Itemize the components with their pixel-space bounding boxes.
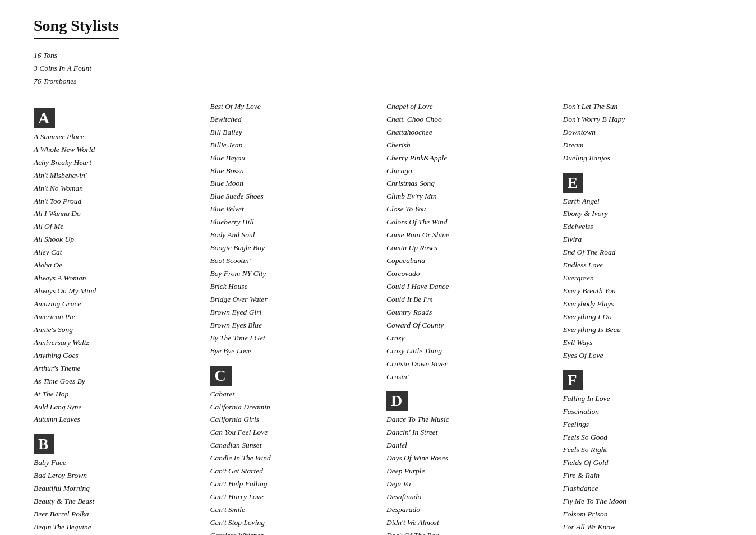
section-letter-B: B: [34, 434, 54, 454]
list-item: Bewitched: [210, 113, 370, 126]
list-item: Every Breath You: [563, 285, 723, 298]
list-item: Canadian Sunset: [210, 439, 370, 452]
list-item: Don't Let The Sun: [563, 100, 723, 113]
list-item: Evergreen: [563, 272, 723, 285]
list-item: Brick House: [210, 280, 370, 293]
list-item: As Time Goes By: [34, 375, 193, 388]
list-item: Crazy Little Thing: [386, 345, 546, 358]
song-list-3-0: Don't Let The SunDon't Worry B HapyDownt…: [563, 100, 723, 165]
list-item: Boot Scootin': [210, 255, 370, 268]
list-item: Ebony & Ivory: [563, 207, 723, 220]
section-letter-D: D: [386, 391, 408, 411]
list-item: Dock Of The Bay: [386, 529, 546, 535]
song-list-2-0: Chapel of LoveChatt. Choo ChooChattahooc…: [386, 100, 546, 384]
list-item: Christmas Song: [386, 177, 546, 190]
list-item: Always On My Mind: [34, 285, 193, 298]
list-item: Edelweiss: [563, 220, 723, 233]
list-item: Close To You: [386, 203, 546, 216]
list-item: Feelings: [563, 418, 723, 431]
list-item: Copacabana: [386, 255, 546, 268]
list-item: Autumn Leaves: [34, 413, 193, 426]
song-list-1-1: CabaretCalifornia DreaminCalifornia Girl…: [210, 388, 370, 535]
list-item: All Of Me: [34, 220, 193, 233]
columns-wrapper: AA Summer PlaceA Whole New WorldAchy Bre…: [34, 100, 722, 535]
list-item: Deja Vu: [386, 478, 546, 491]
list-item: Fly Me To The Moon: [563, 495, 723, 508]
song-list-0-1: Baby FaceBad Leroy BrownBeautiful Mornin…: [34, 456, 193, 535]
list-item: Achy Breaky Heart: [34, 156, 193, 169]
list-item: Cabaret: [210, 388, 370, 401]
list-item: Bye Bye Love: [210, 345, 370, 358]
list-item: Dance To The Music: [386, 413, 546, 426]
list-item: All I Wanna Do: [34, 207, 193, 220]
list-item: Alley Cat: [34, 246, 193, 259]
list-item: Dancin' In Street: [386, 426, 546, 439]
list-item: Bill Bailey: [210, 126, 370, 139]
list-item: Can't Smile: [210, 504, 370, 516]
list-item: Come Rain Or Shine: [386, 229, 546, 242]
list-item: Always A Woman: [34, 272, 193, 285]
list-item: Anniversary Waltz: [34, 336, 193, 349]
list-item: Annie's Song: [34, 324, 193, 336]
list-item: Anything Goes: [34, 349, 193, 362]
list-item: A Summer Place: [34, 131, 193, 144]
section-letter-A: A: [34, 108, 55, 128]
list-item: Don't Worry B Hapy: [563, 113, 723, 126]
list-item: Beautiful Morning: [34, 482, 193, 495]
list-item: Everybody Plays: [563, 298, 723, 311]
list-item: Brown Eyed Girl: [210, 306, 370, 319]
song-list-0-0: A Summer PlaceA Whole New WorldAchy Brea…: [34, 131, 193, 427]
list-item: Baby Face: [34, 456, 193, 469]
list-item: Chattahoochee: [386, 126, 546, 139]
list-item: Falling In Love: [563, 393, 723, 405]
list-item: Boogie Bugle Boy: [210, 242, 370, 255]
list-item: Corcovado: [386, 268, 546, 280]
list-item: Chatt. Choo Choo: [386, 113, 546, 126]
list-item: Evil Ways: [563, 336, 723, 349]
list-item: American Pie: [34, 311, 193, 324]
list-item: Chapel of Love: [386, 100, 546, 113]
list-item: Crusin': [386, 371, 546, 384]
list-item: Ain't Too Proud: [34, 195, 193, 208]
list-item: Could I Have Dance: [386, 280, 546, 293]
list-item: Daniel: [386, 439, 546, 452]
list-item: Downtown: [563, 126, 723, 139]
list-item: Best Of My Love: [210, 100, 370, 113]
page-title: Song Stylists: [34, 17, 119, 39]
list-item: Blue Bossa: [210, 165, 370, 178]
list-item: Bad Leroy Brown: [34, 469, 193, 482]
list-item: Desparado: [386, 504, 546, 516]
list-item: End Of The Road: [563, 246, 723, 259]
song-list-2-1: Dance To The MusicDancin' In StreetDanie…: [386, 413, 546, 535]
list-item: Arthur's Theme: [34, 362, 193, 375]
section-letter-C: C: [210, 366, 232, 386]
list-item: Dueling Banjos: [563, 152, 723, 165]
list-item: California Dreamin: [210, 401, 370, 414]
section-letter-F: F: [563, 370, 583, 390]
column-1: Best Of My LoveBewitchedBill BaileyBilli…: [210, 100, 370, 535]
list-item: Billie Jean: [210, 139, 370, 152]
list-item: By The Time I Get: [210, 332, 370, 345]
section-letter-E: E: [563, 173, 584, 193]
list-item: Dream: [563, 139, 723, 152]
list-item: Beauty & The Beast: [34, 495, 193, 508]
list-item: Aloha Oe: [34, 259, 193, 272]
list-item: Cherish: [386, 139, 546, 152]
list-item: Boy From NY City: [210, 268, 370, 280]
list-item: At The Hop: [34, 388, 193, 401]
list-item: A Whole New World: [34, 144, 193, 156]
list-item: Blue Suede Shoes: [210, 190, 370, 203]
list-item: Didn't We Almost: [386, 516, 546, 529]
intro-songs: 16 Tons 3 Coins In A Fount 76 Trombones: [34, 49, 722, 88]
song-list-3-2: Falling In LoveFascinationFeelingsFeels …: [563, 393, 723, 535]
list-item: Fire & Rain: [563, 469, 723, 482]
list-item: Days Of Wine Roses: [386, 452, 546, 465]
list-item: Flashdance: [563, 482, 723, 495]
list-item: Can't Get Started: [210, 465, 370, 478]
list-item: Blue Velvet: [210, 203, 370, 216]
list-item: Blueberry Hill: [210, 216, 370, 229]
list-item: Can't Stop Loving: [210, 516, 370, 529]
list-item: Beer Barrel Polka: [34, 508, 193, 521]
list-item: Blue Bayou: [210, 152, 370, 165]
list-item: Everything I Do: [563, 311, 723, 324]
